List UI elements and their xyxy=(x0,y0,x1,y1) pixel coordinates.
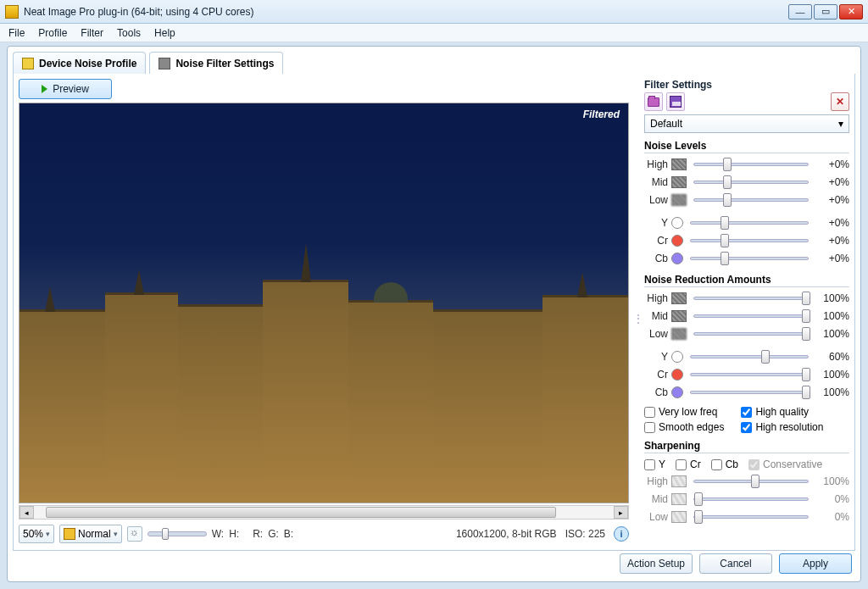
noise-reduction-slider-cb[interactable] xyxy=(690,391,809,394)
sharpen-y-checkbox[interactable]: Y xyxy=(644,458,665,470)
menu-bar: File Profile Filter Tools Help xyxy=(0,24,868,42)
menu-help[interactable]: Help xyxy=(154,27,175,39)
zoom-value: 50% xyxy=(23,528,43,540)
smooth-edges-checkbox[interactable]: Smooth edges xyxy=(644,421,724,433)
save-preset-button[interactable] xyxy=(666,92,685,111)
cancel-button[interactable]: Cancel xyxy=(699,553,772,574)
noise-reduction-value: 100% xyxy=(815,369,849,381)
sharpen-cb-checkbox[interactable]: Cb xyxy=(711,458,738,470)
noise-reduction-value: 100% xyxy=(815,310,849,322)
noise-levels-title: Noise Levels xyxy=(644,140,849,153)
status-bar: 50%▾ Normal▾ W: H: R: G: B: 1600x1200, 8… xyxy=(19,523,629,545)
scroll-left-icon[interactable]: ◂ xyxy=(19,506,34,519)
scroll-thumb[interactable] xyxy=(46,507,556,518)
noise-reduction-label: Cb xyxy=(644,386,668,398)
minimize-button[interactable]: — xyxy=(788,4,812,19)
apply-button[interactable]: Apply xyxy=(779,553,852,574)
noise-level-slider-mid[interactable] xyxy=(693,181,809,184)
noise-reduction-slider-high[interactable] xyxy=(693,297,809,300)
high-quality-checkbox[interactable]: High quality xyxy=(741,406,823,418)
scroll-right-icon[interactable]: ▸ xyxy=(614,506,628,519)
noise-reduction-label: Mid xyxy=(644,310,668,322)
open-preset-button[interactable] xyxy=(644,92,663,111)
noise-reduction-label: Cr xyxy=(644,369,668,381)
preset-combo[interactable]: Default▾ xyxy=(644,114,849,133)
reset-button[interactable]: ✕ xyxy=(831,92,849,111)
noise-level-value: +0% xyxy=(815,158,849,170)
app-icon xyxy=(5,5,19,19)
action-setup-button[interactable]: Action Setup xyxy=(620,553,693,574)
horizontal-scrollbar[interactable]: ◂ ▸ xyxy=(19,505,629,520)
sharpen-value: 0% xyxy=(815,511,849,523)
noise-reduction-slider-low[interactable] xyxy=(693,332,809,336)
sharpen-row-high: High100% xyxy=(644,472,849,490)
preset-value: Default xyxy=(650,118,682,130)
stat-h: H: xyxy=(229,528,239,540)
noise-level-row-cb: Cb+0% xyxy=(644,249,849,267)
noise-level-label: Low xyxy=(644,194,668,206)
sharpen-row-low: Low0% xyxy=(644,508,849,525)
stat-b: B: xyxy=(284,528,293,540)
noise-level-slider-cr[interactable] xyxy=(690,239,809,242)
splitter[interactable] xyxy=(634,79,639,545)
noise-reduction-value: 100% xyxy=(815,292,849,304)
title-bar: Neat Image Pro plug-in (64-bit; using 4 … xyxy=(0,0,868,24)
close-button[interactable]: ✕ xyxy=(839,4,863,19)
preview-label: Preview xyxy=(53,83,89,95)
viewmode-combo[interactable]: Normal▾ xyxy=(59,525,122,543)
tab-noise-filter-settings[interactable]: Noise Filter Settings xyxy=(149,52,283,74)
noise-reduction-label: Y xyxy=(644,351,668,363)
noise-level-value: +0% xyxy=(815,194,849,206)
stat-g: G: xyxy=(268,528,279,540)
brightness-button[interactable] xyxy=(127,526,142,542)
viewmode-value: Normal xyxy=(78,528,111,540)
noise-reduction-slider-cr[interactable] xyxy=(690,373,809,376)
noise-reduction-row-mid: Mid100% xyxy=(644,307,849,325)
noise-level-label: Cb xyxy=(644,253,668,264)
info-icon[interactable]: i xyxy=(614,526,629,542)
zoom-combo[interactable]: 50%▾ xyxy=(19,525,54,543)
noise-level-slider-low[interactable] xyxy=(693,198,809,202)
maximize-button[interactable]: ▭ xyxy=(814,4,837,19)
noise-level-value: +0% xyxy=(815,176,849,188)
conservative-checkbox[interactable]: Conservative xyxy=(748,458,822,470)
stat-w: W: xyxy=(212,528,224,540)
menu-file[interactable]: File xyxy=(8,27,25,39)
tab-device-noise-profile[interactable]: Device Noise Profile xyxy=(13,52,146,74)
noise-level-row-cr: Cr+0% xyxy=(644,231,849,249)
noise-level-slider-y[interactable] xyxy=(690,221,809,225)
noise-level-value: +0% xyxy=(815,217,849,229)
sharpen-row-mid: Mid0% xyxy=(644,490,849,508)
noise-level-value: +0% xyxy=(815,253,849,264)
brightness-slider[interactable] xyxy=(147,531,207,536)
sharpen-slider-mid[interactable] xyxy=(693,497,809,501)
noise-level-row-y: Y+0% xyxy=(644,214,849,231)
very-low-freq-checkbox[interactable]: Very low freq xyxy=(644,406,724,418)
menu-filter[interactable]: Filter xyxy=(81,27,103,39)
sharpen-label: Mid xyxy=(644,493,668,505)
image-preview[interactable]: Filtered xyxy=(19,103,629,503)
sharpen-value: 100% xyxy=(815,475,849,487)
noise-reduction-slider-mid[interactable] xyxy=(693,314,809,318)
noise-level-slider-high[interactable] xyxy=(693,163,809,166)
sharpen-slider-high[interactable] xyxy=(693,480,809,483)
noise-level-row-high: High+0% xyxy=(644,155,849,173)
window-title: Neat Image Pro plug-in (64-bit; using 4 … xyxy=(24,6,253,18)
noise-reduction-slider-y[interactable] xyxy=(690,355,809,358)
noise-reduction-row-cb: Cb100% xyxy=(644,383,849,401)
noise-level-slider-cb[interactable] xyxy=(690,257,809,260)
noise-reduction-row-y: Y60% xyxy=(644,347,849,365)
folder-icon xyxy=(648,97,659,107)
noise-reduction-row-high: High100% xyxy=(644,289,849,307)
preview-content xyxy=(19,255,628,503)
noise-level-label: Mid xyxy=(644,176,668,188)
menu-tools[interactable]: Tools xyxy=(117,27,141,39)
sharpen-slider-low[interactable] xyxy=(693,515,809,519)
high-resolution-checkbox[interactable]: High resolution xyxy=(741,421,823,433)
menu-profile[interactable]: Profile xyxy=(38,27,67,39)
sharpen-cr-checkbox[interactable]: Cr xyxy=(676,458,701,470)
swatch-icon xyxy=(64,528,75,540)
preview-button[interactable]: Preview xyxy=(19,79,112,99)
play-icon xyxy=(42,85,47,93)
noise-reduction-label: High xyxy=(644,292,668,304)
